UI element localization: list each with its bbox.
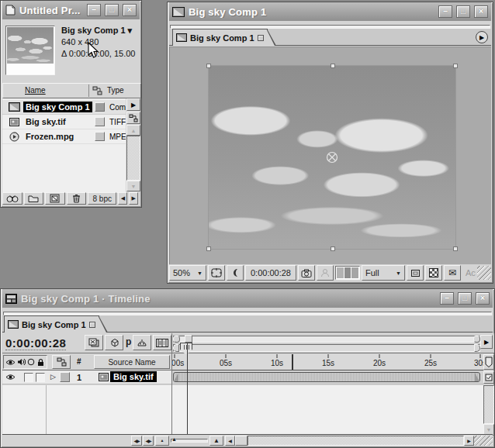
project-titlebar[interactable]: Untitled Pr... – □ ×: [2, 1, 140, 19]
project-vscroll-track[interactable]: [126, 136, 140, 181]
column-header-number[interactable]: #: [77, 357, 81, 366]
comp-marker-bin[interactable]: [483, 354, 494, 370]
ruler-marker[interactable]: [292, 354, 293, 370]
project-item-name[interactable]: Frozen.mpg: [26, 132, 74, 141]
navigator-menu-button[interactable]: ▶: [480, 335, 493, 349]
delete-trash-button[interactable]: [67, 192, 87, 205]
audio-speaker-icon[interactable]: [17, 358, 26, 366]
layer-row[interactable]: ▷ 1 Big sky.tif: [2, 370, 171, 384]
maximize-button[interactable]: □: [458, 292, 472, 305]
layer-out-handle[interactable]: [475, 373, 479, 381]
eye-icon[interactable]: [5, 359, 16, 366]
green-channel-bar[interactable]: [344, 267, 351, 278]
project-row-mpg[interactable]: Frozen.mpg MPEG: [2, 129, 126, 144]
hscroll-left-button[interactable]: ◀: [118, 192, 127, 205]
work-area-end-handle[interactable]: [474, 344, 480, 352]
red-channel-bar[interactable]: [337, 267, 344, 278]
navigator-end-handle[interactable]: [473, 336, 480, 343]
selection-handle-bottom[interactable]: [331, 246, 335, 251]
pan-behind-button[interactable]: ◀▶: [131, 436, 142, 446]
comp-viewer[interactable]: [169, 47, 491, 264]
hscroll-track[interactable]: [248, 436, 464, 446]
timeline-resize-grip[interactable]: [474, 436, 493, 446]
hscroll-right-button[interactable]: ▶: [129, 192, 138, 205]
blue-channel-bar[interactable]: [351, 267, 358, 278]
timeline-current-time[interactable]: 0:00:00:28: [5, 336, 66, 350]
transparency-grid-button[interactable]: [425, 265, 442, 281]
zoom-out-button[interactable]: ▲: [155, 436, 169, 446]
timeline-titlebar[interactable]: Big sky Comp 1 · Timeline – □ ×: [2, 289, 493, 308]
anchor-point-icon[interactable]: [326, 151, 338, 164]
pan-view-button[interactable]: ◀▶: [143, 436, 154, 446]
label-color-swatch[interactable]: [95, 132, 105, 141]
panel-divider[interactable]: [171, 333, 172, 436]
panel-menu-button[interactable]: ▶: [126, 98, 140, 111]
minimize-button[interactable]: –: [87, 4, 101, 16]
safe-zones-button[interactable]: [208, 265, 225, 281]
solo-circle-icon[interactable]: [27, 358, 35, 366]
comp-tab[interactable]: Big sky Comp 1: [172, 29, 268, 46]
pixel-aspect-button[interactable]: ✉: [444, 265, 461, 281]
timeline-tab[interactable]: Big sky Comp 1: [4, 315, 99, 333]
hide-shy-layers-button[interactable]: [133, 335, 151, 350]
region-of-interest-button[interactable]: [407, 265, 424, 281]
layer-name[interactable]: Big sky.tif: [110, 371, 157, 382]
selection-handle-bottomleft[interactable]: [206, 246, 211, 251]
mask-visibility-button[interactable]: [227, 265, 244, 281]
column-header-name[interactable]: Name: [25, 86, 46, 95]
selection-handle-top[interactable]: [331, 64, 335, 68]
source-name-header[interactable]: Source Name: [94, 355, 170, 369]
hscroll-thumb[interactable]: [235, 436, 248, 446]
new-composition-button[interactable]: [45, 192, 65, 205]
resolution-select[interactable]: Full ▼: [362, 265, 405, 281]
comp-toggles-button[interactable]: [483, 371, 494, 384]
snapshot-camera-button[interactable]: [298, 265, 315, 281]
maximize-button[interactable]: □: [105, 4, 119, 16]
show-snapshot-button[interactable]: [317, 265, 334, 281]
info-flyout-caret-icon[interactable]: ▾: [128, 26, 133, 35]
current-time-indicator-line[interactable]: [187, 343, 188, 436]
current-time-indicator-thumb[interactable]: [180, 343, 192, 355]
expand-arrow-icon[interactable]: ▷: [50, 373, 56, 381]
layer-color-swatch[interactable]: [60, 372, 70, 382]
scroll-up-button[interactable]: ▲: [126, 125, 140, 136]
draft-3d-button[interactable]: [105, 335, 123, 350]
tab-close-icon[interactable]: [258, 35, 264, 41]
work-area-bar[interactable]: [173, 344, 480, 352]
zoom-slider-track[interactable]: ▲: [171, 439, 208, 443]
flowchart-parent-icon[interactable]: [92, 86, 102, 95]
hscroll-left-button[interactable]: ◀: [225, 436, 235, 446]
close-button[interactable]: ×: [474, 5, 488, 18]
layer-duration-bar[interactable]: [173, 372, 480, 382]
eye-icon[interactable]: [5, 374, 16, 381]
audio-toggle-cell[interactable]: [24, 373, 33, 382]
navigator-start-handle[interactable]: [173, 336, 180, 343]
current-time-button[interactable]: 0:00:00:28: [245, 265, 296, 281]
frame-blending-button2[interactable]: [153, 335, 171, 350]
label-color-swatch[interactable]: [95, 117, 105, 126]
minimize-button[interactable]: –: [438, 5, 452, 18]
scroll-down-button[interactable]: ▼: [126, 181, 140, 191]
layer-in-handle[interactable]: [174, 373, 178, 381]
project-info-name[interactable]: Big sky Comp 1: [61, 26, 126, 35]
switches-modes-button[interactable]: [52, 355, 71, 369]
new-folder-button[interactable]: [24, 192, 44, 205]
time-ruler[interactable]: 0:00s 05s 10s 15s 20s 25s 30s: [171, 354, 483, 370]
maximize-button[interactable]: □: [456, 5, 470, 18]
timeline-vscroll[interactable]: ▼: [483, 385, 494, 436]
bit-depth-button[interactable]: 8 bpc: [88, 192, 116, 205]
flowchart-view-button[interactable]: [126, 112, 140, 124]
close-button[interactable]: ×: [476, 292, 490, 305]
project-row-comp[interactable]: Big sky Comp 1 Comp: [2, 100, 126, 115]
zoom-slider-thumb[interactable]: ▲: [171, 436, 177, 442]
selection-handle-topleft[interactable]: [206, 64, 211, 68]
navigator-time-marker[interactable]: [185, 335, 192, 343]
comp-flowchart-button[interactable]: [85, 335, 103, 350]
selection-handle-bottomright[interactable]: [453, 246, 458, 251]
tab-menu-button[interactable]: ▶: [476, 31, 488, 43]
time-navigator-track[interactable]: [173, 336, 480, 343]
label-color-swatch[interactable]: [95, 102, 105, 112]
project-item-name[interactable]: Big sky.tif: [26, 117, 66, 126]
work-area-start-handle[interactable]: [173, 344, 179, 352]
lock-icon[interactable]: [36, 358, 45, 367]
